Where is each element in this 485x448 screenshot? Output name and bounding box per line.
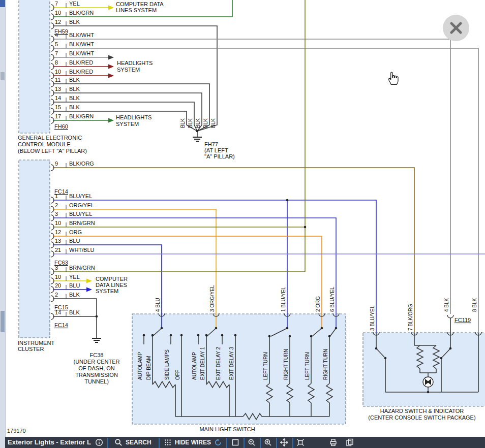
svg-text:3: 3 (55, 265, 58, 271)
svg-text:12: 12 (55, 19, 61, 25)
svg-text:SIDE LAMPS: SIDE LAMPS (164, 349, 170, 380)
svg-text:11: 11 (55, 77, 60, 83)
svg-text:7: 7 (55, 1, 58, 7)
svg-text:INSTRUMENT: INSTRUMENT (18, 340, 54, 346)
pan-arrows-icon (280, 438, 288, 446)
svg-text:DIP BEAM: DIP BEAM (146, 356, 151, 380)
svg-text:BLU/YEL: BLU/YEL (69, 193, 92, 199)
svg-text:13: 13 (55, 238, 61, 244)
svg-text:BLK/WHT: BLK/WHT (69, 50, 94, 56)
svg-text:MAIN LIGHT SWITCH: MAIN LIGHT SWITCH (199, 426, 255, 432)
svg-text:(BELOW LEFT "A" PILLAR): (BELOW LEFT "A" PILLAR) (18, 148, 87, 154)
svg-text:RIGHT TURN: RIGHT TURN (283, 349, 289, 380)
svg-text:1 BLU/YEL: 1 BLU/YEL (281, 286, 286, 312)
scrollbar-thumb[interactable] (1, 311, 5, 332)
close-button[interactable] (443, 15, 469, 41)
printer-icon (329, 438, 338, 446)
svg-text:15: 15 (55, 104, 61, 110)
svg-text:(UNDER CENTER: (UNDER CENTER (73, 359, 119, 365)
toolbar-separator (276, 438, 277, 448)
svg-text:SYSTEM: SYSTEM (96, 288, 118, 294)
svg-text:TRANSMISSION: TRANSMISSION (75, 372, 118, 378)
svg-text:FC14: FC14 (54, 322, 68, 328)
hide-wires-button[interactable]: HIDE WIRES (164, 438, 211, 446)
fit-screen-icon (296, 438, 305, 446)
svg-text:10: 10 (55, 220, 61, 226)
close-icon (449, 21, 463, 35)
svg-text:FH77: FH77 (204, 141, 218, 147)
zoom-out-icon (248, 438, 256, 446)
svg-text:3 BLU/YEL: 3 BLU/YEL (370, 305, 375, 331)
pan-button[interactable] (280, 438, 288, 446)
undo-icon (214, 438, 222, 446)
wiring-diagram-svg: COMPUTER DATALINES SYSTEM7YEL10BLK/GRN12… (0, 0, 485, 438)
svg-text:ORG: ORG (69, 229, 82, 235)
left-scrollbar[interactable] (0, 0, 6, 448)
svg-text:BLK: BLK (195, 118, 201, 128)
svg-text:SYSTEM: SYSTEM (117, 67, 140, 73)
svg-text:12: 12 (55, 229, 61, 235)
region-zoom-button[interactable] (231, 438, 239, 446)
svg-text:(CENTER CONSOLE SWITCH PACKAGE: (CENTER CONSOLE SWITCH PACKAGE) (368, 414, 475, 421)
toolbar-separator (244, 438, 245, 448)
svg-text:3 ORG/YEL: 3 ORG/YEL (209, 285, 215, 312)
svg-text:GENERAL ELECTRONIC: GENERAL ELECTRONIC (18, 135, 82, 141)
zoom-in-button[interactable] (264, 438, 272, 446)
svg-text:4 BLK: 4 BLK (444, 298, 449, 312)
diagram-title: Exterior Lights - Exterior L (8, 438, 91, 446)
info-icon (95, 438, 103, 446)
search-label: SEARCH (126, 439, 151, 446)
indicator-lamp (423, 377, 433, 387)
hide-wires-label: HIDE WIRES (175, 439, 211, 446)
svg-text:5: 5 (55, 41, 58, 47)
toolbar-separator (292, 438, 293, 448)
svg-text:BLK: BLK (180, 118, 186, 128)
svg-text:BLK: BLK (69, 104, 80, 110)
svg-text:BLK/RED: BLK/RED (69, 69, 93, 75)
svg-text:BRN/GRN: BRN/GRN (69, 220, 95, 226)
svg-text:BLK: BLK (69, 292, 80, 298)
svg-text:BLK: BLK (69, 77, 80, 83)
svg-text:BLK/GRN: BLK/GRN (69, 10, 94, 16)
toolbar-separator (226, 438, 227, 448)
svg-text:4: 4 (55, 32, 58, 38)
reset-highlight-button[interactable] (214, 438, 222, 446)
svg-text:TUNNEL): TUNNEL) (84, 378, 109, 385)
svg-text:(AT LEFT: (AT LEFT (204, 147, 228, 153)
toolbar-separator (260, 438, 261, 448)
svg-text:FC38: FC38 (90, 352, 104, 358)
svg-text:OF DASH, ON: OF DASH, ON (78, 365, 115, 371)
svg-text:2: 2 (55, 202, 58, 208)
svg-text:HEADLIGHTS: HEADLIGHTS (116, 114, 151, 120)
svg-text:HEADLIGHTS: HEADLIGHTS (117, 60, 153, 66)
svg-text:6 BLU/YEL: 6 BLU/YEL (329, 286, 335, 312)
save-page-button[interactable] (346, 438, 354, 446)
print-button[interactable] (329, 438, 338, 446)
info-button[interactable] (95, 438, 103, 446)
svg-text:20: 20 (55, 282, 61, 289)
svg-text:HAZARD SWITCH & INDICATOR: HAZARD SWITCH & INDICATOR (380, 408, 464, 414)
svg-text:14: 14 (55, 309, 61, 315)
svg-text:EXIT DELAY 2: EXIT DELAY 2 (216, 347, 221, 380)
svg-text:"A" PILLAR): "A" PILLAR) (204, 153, 235, 159)
svg-text:AUTOLAMP: AUTOLAMP (192, 352, 197, 380)
copy-page-icon (346, 438, 354, 446)
toolbar-separator (107, 438, 108, 448)
svg-text:OFF: OFF (175, 370, 180, 380)
svg-text:BLK/GRN: BLK/GRN (69, 113, 94, 119)
svg-text:BLK: BLK (69, 95, 80, 101)
toolbar-separator (159, 438, 160, 448)
svg-text:BLK/WHT: BLK/WHT (69, 32, 94, 38)
svg-text:BLU/YEL: BLU/YEL (69, 211, 92, 217)
svg-text:BLU: BLU (69, 282, 80, 289)
diagram-canvas[interactable]: COMPUTER DATALINES SYSTEM7YEL10BLK/GRN12… (0, 0, 485, 438)
scrollbar-tick[interactable] (1, 72, 5, 80)
zoom-out-button[interactable] (248, 438, 256, 446)
svg-text:4 BLU: 4 BLU (155, 298, 161, 312)
zoom-in-icon (264, 438, 272, 446)
svg-text:BLK: BLK (210, 118, 216, 128)
svg-text:FH60: FH60 (54, 123, 68, 130)
search-button[interactable]: SEARCH (114, 438, 151, 446)
fit-view-button[interactable] (296, 438, 305, 446)
svg-text:LINES SYSTEM: LINES SYSTEM (116, 7, 157, 13)
